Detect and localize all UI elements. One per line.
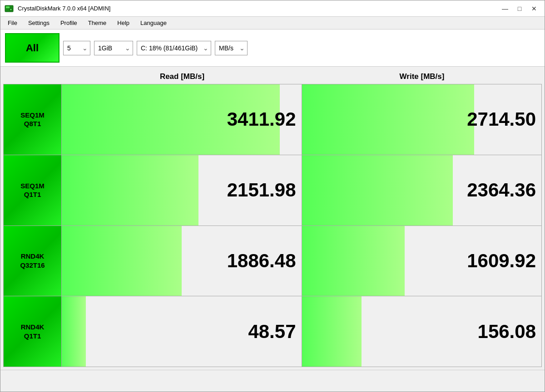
main-content: Read [MB/s] Write [MB/s] SEQ1MQ8T1 3411.… — [0, 67, 545, 370]
table-row: SEQ1MQ1T1 2151.98 2364.36 — [4, 155, 541, 226]
write-value: 156.08 — [478, 321, 541, 343]
row-label-seq1m-q8t1: SEQ1MQ8T1 — [4, 84, 62, 155]
main-window: CrystalDiskMark 7.0.0 x64 [ADMIN] — □ ✕ … — [0, 0, 545, 392]
unit-select-wrapper: MB/s GB/s IOPS μs — [215, 41, 248, 55]
data-grid: SEQ1MQ8T1 3411.92 2714.50 SEQ1MQ1T1 — [3, 84, 542, 367]
menu-theme[interactable]: Theme — [83, 18, 112, 28]
size-select-wrapper: 512MiB 1GiB 2GiB 4GiB — [94, 41, 133, 55]
read-cell-rnd4k-q32t16: 1886.48 — [62, 226, 302, 296]
read-bar — [62, 296, 86, 367]
menu-bar: File Settings Profile Theme Help Languag… — [0, 17, 545, 29]
write-bar — [302, 155, 453, 225]
write-cell-seq1m-q1t1: 2364.36 — [302, 155, 542, 225]
read-cell-seq1m-q1t1: 2151.98 — [62, 155, 302, 225]
table-row: RND4KQ1T1 48.57 156.08 — [4, 296, 541, 367]
drive-select[interactable]: C: 18% (81/461GiB) — [137, 41, 211, 55]
write-value: 1609.92 — [467, 250, 541, 272]
write-cell-rnd4k-q1t1: 156.08 — [302, 296, 542, 367]
window-title: CrystalDiskMark 7.0.0 x64 [ADMIN] — [18, 5, 110, 12]
write-cell-rnd4k-q32t16: 1609.92 — [302, 226, 542, 296]
count-select-wrapper: 1 3 5 10 — [63, 41, 90, 55]
svg-point-3 — [10, 9, 11, 10]
read-value: 1886.48 — [227, 250, 302, 272]
row-label-rnd4k-q1t1: RND4KQ1T1 — [4, 296, 62, 367]
size-select[interactable]: 512MiB 1GiB 2GiB 4GiB — [94, 41, 133, 55]
write-bar — [302, 296, 362, 367]
read-header: Read [MB/s] — [62, 69, 302, 84]
column-headers: Read [MB/s] Write [MB/s] — [62, 69, 542, 84]
read-cell-rnd4k-q1t1: 48.57 — [62, 296, 302, 367]
maximize-button[interactable]: □ — [513, 3, 526, 14]
read-value: 3411.92 — [227, 108, 302, 130]
title-controls: — □ ✕ — [498, 3, 541, 14]
write-cell-seq1m-q8t1: 2714.50 — [302, 84, 542, 155]
unit-select[interactable]: MB/s GB/s IOPS μs — [215, 41, 248, 55]
count-select[interactable]: 1 3 5 10 — [63, 41, 90, 55]
status-bar — [0, 370, 545, 392]
menu-help[interactable]: Help — [112, 18, 135, 28]
read-cell-seq1m-q8t1: 3411.92 — [62, 84, 302, 155]
table-row: SEQ1MQ8T1 3411.92 2714.50 — [4, 84, 541, 155]
toolbar: All 1 3 5 10 512MiB 1GiB 2GiB 4GiB C: 18… — [0, 29, 545, 67]
row-label-rnd4k-q32t16: RND4KQ32T16 — [4, 226, 62, 296]
close-button[interactable]: ✕ — [527, 3, 541, 14]
table-row: RND4KQ32T16 1886.48 1609.92 — [4, 226, 541, 297]
write-header: Write [MB/s] — [302, 69, 542, 84]
title-bar-left: CrystalDiskMark 7.0.0 x64 [ADMIN] — [4, 4, 110, 14]
app-icon — [4, 4, 14, 14]
menu-settings[interactable]: Settings — [23, 18, 55, 28]
write-bar — [302, 84, 475, 155]
all-button[interactable]: All — [5, 33, 59, 63]
drive-select-wrapper: C: 18% (81/461GiB) — [137, 41, 211, 55]
read-bar — [62, 155, 198, 225]
write-bar — [302, 226, 405, 296]
write-value: 2364.36 — [467, 179, 541, 201]
row-label-seq1m-q1t1: SEQ1MQ1T1 — [4, 155, 62, 225]
read-value: 2151.98 — [227, 179, 302, 201]
menu-file[interactable]: File — [2, 18, 23, 28]
read-bar — [62, 226, 182, 296]
write-value: 2714.50 — [467, 108, 541, 130]
menu-language[interactable]: Language — [135, 18, 172, 28]
title-bar: CrystalDiskMark 7.0.0 x64 [ADMIN] — □ ✕ — [0, 0, 545, 17]
menu-profile[interactable]: Profile — [55, 18, 83, 28]
read-value: 48.57 — [248, 321, 301, 343]
minimize-button[interactable]: — — [498, 3, 512, 14]
svg-rect-1 — [6, 6, 10, 8]
